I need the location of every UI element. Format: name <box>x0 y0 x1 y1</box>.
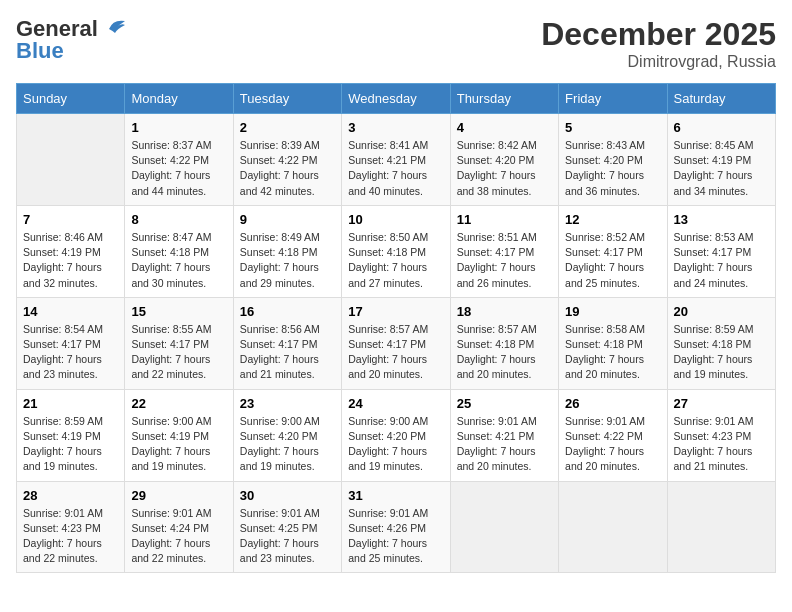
sunrise-text: Sunrise: 8:58 AM <box>565 323 645 335</box>
sunrise-text: Sunrise: 8:54 AM <box>23 323 103 335</box>
calendar-cell: 26Sunrise: 9:01 AMSunset: 4:22 PMDayligh… <box>559 389 667 481</box>
sunrise-text: Sunrise: 8:50 AM <box>348 231 428 243</box>
day-info: Sunrise: 8:59 AMSunset: 4:18 PMDaylight:… <box>674 322 769 383</box>
sunset-text: Sunset: 4:22 PM <box>240 154 318 166</box>
sunrise-text: Sunrise: 8:57 AM <box>457 323 537 335</box>
calendar-cell: 20Sunrise: 8:59 AMSunset: 4:18 PMDayligh… <box>667 297 775 389</box>
sunset-text: Sunset: 4:18 PM <box>240 246 318 258</box>
calendar-week-row: 21Sunrise: 8:59 AMSunset: 4:19 PMDayligh… <box>17 389 776 481</box>
calendar-cell: 12Sunrise: 8:52 AMSunset: 4:17 PMDayligh… <box>559 205 667 297</box>
sunrise-text: Sunrise: 9:00 AM <box>131 415 211 427</box>
sunset-text: Sunset: 4:17 PM <box>131 338 209 350</box>
daylight-text: Daylight: 7 hours and 23 minutes. <box>23 353 102 380</box>
day-number: 31 <box>348 488 443 503</box>
sunrise-text: Sunrise: 8:42 AM <box>457 139 537 151</box>
sunrise-text: Sunrise: 9:01 AM <box>457 415 537 427</box>
calendar-week-row: 1Sunrise: 8:37 AMSunset: 4:22 PMDaylight… <box>17 114 776 206</box>
daylight-text: Daylight: 7 hours and 21 minutes. <box>674 445 753 472</box>
weekday-header-saturday: Saturday <box>667 84 775 114</box>
calendar-cell: 11Sunrise: 8:51 AMSunset: 4:17 PMDayligh… <box>450 205 558 297</box>
day-info: Sunrise: 9:00 AMSunset: 4:19 PMDaylight:… <box>131 414 226 475</box>
location: Dimitrovgrad, Russia <box>541 53 776 71</box>
sunrise-text: Sunrise: 8:55 AM <box>131 323 211 335</box>
sunset-text: Sunset: 4:17 PM <box>674 246 752 258</box>
sunset-text: Sunset: 4:22 PM <box>131 154 209 166</box>
day-info: Sunrise: 9:01 AMSunset: 4:22 PMDaylight:… <box>565 414 660 475</box>
weekday-header-friday: Friday <box>559 84 667 114</box>
calendar-cell: 8Sunrise: 8:47 AMSunset: 4:18 PMDaylight… <box>125 205 233 297</box>
sunset-text: Sunset: 4:20 PM <box>348 430 426 442</box>
daylight-text: Daylight: 7 hours and 25 minutes. <box>348 537 427 564</box>
calendar-cell: 1Sunrise: 8:37 AMSunset: 4:22 PMDaylight… <box>125 114 233 206</box>
day-info: Sunrise: 8:50 AMSunset: 4:18 PMDaylight:… <box>348 230 443 291</box>
weekday-header-wednesday: Wednesday <box>342 84 450 114</box>
sunset-text: Sunset: 4:20 PM <box>457 154 535 166</box>
daylight-text: Daylight: 7 hours and 36 minutes. <box>565 169 644 196</box>
daylight-text: Daylight: 7 hours and 20 minutes. <box>457 353 536 380</box>
calendar-cell <box>450 481 558 573</box>
day-info: Sunrise: 8:39 AMSunset: 4:22 PMDaylight:… <box>240 138 335 199</box>
sunrise-text: Sunrise: 8:43 AM <box>565 139 645 151</box>
calendar-cell: 3Sunrise: 8:41 AMSunset: 4:21 PMDaylight… <box>342 114 450 206</box>
day-info: Sunrise: 8:47 AMSunset: 4:18 PMDaylight:… <box>131 230 226 291</box>
sunrise-text: Sunrise: 8:56 AM <box>240 323 320 335</box>
daylight-text: Daylight: 7 hours and 22 minutes. <box>23 537 102 564</box>
sunset-text: Sunset: 4:17 PM <box>565 246 643 258</box>
daylight-text: Daylight: 7 hours and 23 minutes. <box>240 537 319 564</box>
daylight-text: Daylight: 7 hours and 19 minutes. <box>674 353 753 380</box>
sunrise-text: Sunrise: 8:51 AM <box>457 231 537 243</box>
day-info: Sunrise: 8:57 AMSunset: 4:17 PMDaylight:… <box>348 322 443 383</box>
sunset-text: Sunset: 4:22 PM <box>565 430 643 442</box>
calendar-cell: 17Sunrise: 8:57 AMSunset: 4:17 PMDayligh… <box>342 297 450 389</box>
daylight-text: Daylight: 7 hours and 38 minutes. <box>457 169 536 196</box>
daylight-text: Daylight: 7 hours and 20 minutes. <box>565 445 644 472</box>
calendar-cell: 13Sunrise: 8:53 AMSunset: 4:17 PMDayligh… <box>667 205 775 297</box>
day-number: 25 <box>457 396 552 411</box>
day-number: 9 <box>240 212 335 227</box>
calendar-week-row: 14Sunrise: 8:54 AMSunset: 4:17 PMDayligh… <box>17 297 776 389</box>
day-info: Sunrise: 8:51 AMSunset: 4:17 PMDaylight:… <box>457 230 552 291</box>
calendar-week-row: 28Sunrise: 9:01 AMSunset: 4:23 PMDayligh… <box>17 481 776 573</box>
sunset-text: Sunset: 4:23 PM <box>23 522 101 534</box>
sunrise-text: Sunrise: 8:37 AM <box>131 139 211 151</box>
calendar-cell: 28Sunrise: 9:01 AMSunset: 4:23 PMDayligh… <box>17 481 125 573</box>
sunset-text: Sunset: 4:21 PM <box>348 154 426 166</box>
daylight-text: Daylight: 7 hours and 26 minutes. <box>457 261 536 288</box>
sunset-text: Sunset: 4:19 PM <box>674 154 752 166</box>
sunset-text: Sunset: 4:18 PM <box>457 338 535 350</box>
calendar-cell: 19Sunrise: 8:58 AMSunset: 4:18 PMDayligh… <box>559 297 667 389</box>
day-number: 11 <box>457 212 552 227</box>
day-info: Sunrise: 8:55 AMSunset: 4:17 PMDaylight:… <box>131 322 226 383</box>
day-number: 18 <box>457 304 552 319</box>
sunset-text: Sunset: 4:26 PM <box>348 522 426 534</box>
day-number: 8 <box>131 212 226 227</box>
daylight-text: Daylight: 7 hours and 19 minutes. <box>23 445 102 472</box>
daylight-text: Daylight: 7 hours and 30 minutes. <box>131 261 210 288</box>
page-header: General Blue December 2025 Dimitrovgrad,… <box>16 16 776 71</box>
day-number: 29 <box>131 488 226 503</box>
day-info: Sunrise: 8:49 AMSunset: 4:18 PMDaylight:… <box>240 230 335 291</box>
daylight-text: Daylight: 7 hours and 29 minutes. <box>240 261 319 288</box>
daylight-text: Daylight: 7 hours and 20 minutes. <box>565 353 644 380</box>
sunrise-text: Sunrise: 9:01 AM <box>240 507 320 519</box>
daylight-text: Daylight: 7 hours and 34 minutes. <box>674 169 753 196</box>
sunrise-text: Sunrise: 8:46 AM <box>23 231 103 243</box>
day-info: Sunrise: 8:58 AMSunset: 4:18 PMDaylight:… <box>565 322 660 383</box>
weekday-header-thursday: Thursday <box>450 84 558 114</box>
daylight-text: Daylight: 7 hours and 19 minutes. <box>131 445 210 472</box>
sunrise-text: Sunrise: 8:52 AM <box>565 231 645 243</box>
sunset-text: Sunset: 4:20 PM <box>565 154 643 166</box>
calendar-cell: 27Sunrise: 9:01 AMSunset: 4:23 PMDayligh… <box>667 389 775 481</box>
calendar-cell <box>667 481 775 573</box>
calendar-cell: 14Sunrise: 8:54 AMSunset: 4:17 PMDayligh… <box>17 297 125 389</box>
daylight-text: Daylight: 7 hours and 24 minutes. <box>674 261 753 288</box>
daylight-text: Daylight: 7 hours and 25 minutes. <box>565 261 644 288</box>
logo: General Blue <box>16 16 127 64</box>
sunrise-text: Sunrise: 9:01 AM <box>23 507 103 519</box>
calendar-cell: 10Sunrise: 8:50 AMSunset: 4:18 PMDayligh… <box>342 205 450 297</box>
day-number: 21 <box>23 396 118 411</box>
calendar-cell: 21Sunrise: 8:59 AMSunset: 4:19 PMDayligh… <box>17 389 125 481</box>
day-number: 24 <box>348 396 443 411</box>
day-number: 12 <box>565 212 660 227</box>
day-info: Sunrise: 8:56 AMSunset: 4:17 PMDaylight:… <box>240 322 335 383</box>
